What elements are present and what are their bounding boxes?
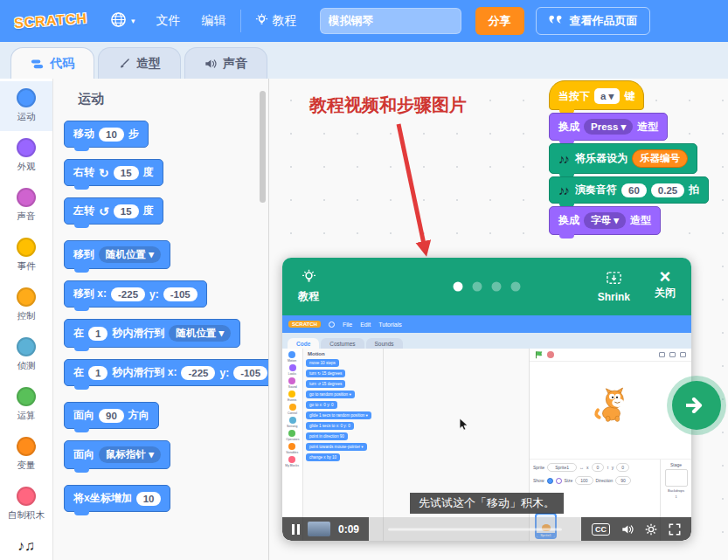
number-input[interactable]: 10 [99,128,124,142]
palette-scrollbar[interactable] [260,91,266,203]
number-input[interactable]: 90 [99,409,124,423]
tab-code[interactable]: 代码 [10,47,94,79]
volume-icon[interactable] [621,523,634,536]
block-dropdown[interactable]: 随机位置 ▾ [169,325,231,342]
category-item[interactable]: 侦测 [0,330,52,380]
block-dropdown[interactable]: 鼠标指针 ▾ [99,446,161,463]
category-item[interactable]: 事件 [0,231,52,280]
block[interactable]: 在1秒内滑行到 x:-225y:-105 [64,359,269,386]
mini-tab: Costumes [321,338,364,349]
block[interactable]: 移到随机位置 ▾ [64,240,170,269]
tab-costumes[interactable]: 造型 [98,47,181,79]
settings-gear-icon[interactable] [645,523,657,536]
category-label: 声音 [17,211,36,223]
hat-block[interactable]: 当按下a ▾键 [549,80,644,110]
block[interactable]: 右转↻15度 [64,159,163,186]
step-dot[interactable] [454,282,463,292]
mini-block: point in direction 90 [306,432,348,440]
block-dropdown[interactable]: Press ▾ [584,119,633,135]
video-seek-area[interactable] [369,517,581,541]
pause-button[interactable] [292,524,300,535]
block-label: 拍 [689,183,699,197]
tutorial-video[interactable]: SCRATCH File Edit Tutorials CodeCostumes… [282,315,691,541]
block-dropdown[interactable]: a ▾ [594,88,620,104]
category-item[interactable]: ♪♫ 音乐 [0,529,52,560]
block[interactable]: ♪♪演奏音符600.25拍 [549,176,709,204]
number-input[interactable]: 60 [621,183,647,197]
block[interactable]: 换成字母 ▾造型 [549,206,661,235]
video-progress-track[interactable] [388,528,562,530]
tab-sounds[interactable]: 声音 [184,47,267,79]
next-step-button[interactable] [672,381,721,430]
view-project-page-label: 查看作品页面 [570,13,638,29]
close-icon: × [660,271,671,283]
number-input[interactable]: 1 [88,327,107,341]
step-dots [454,282,521,292]
category-item[interactable]: 变量 [0,430,52,480]
block[interactable]: ♪♪将乐器设为乐器编号 [549,143,697,174]
close-button[interactable]: × 关闭 [655,271,676,303]
project-title-input[interactable] [320,8,461,34]
block[interactable]: 面向90方向 [64,402,159,429]
number-input[interactable]: -105 [163,287,198,301]
block[interactable]: 在1秒内滑行到随机位置 ▾ [64,319,240,348]
mini-block: point towards mouse-pointer ▾ [306,443,367,451]
step-dot[interactable] [511,282,521,292]
chevron-down-icon: ▾ [131,17,135,25]
category-item[interactable]: 运算 [0,380,52,430]
captions-button[interactable]: CC [592,523,610,536]
number-input[interactable]: -225 [111,287,145,301]
category-item[interactable]: 自制积木 [0,480,52,529]
mini-fullscreen-icon [680,352,686,357]
mini-block: go to random position ▾ [306,391,355,398]
block[interactable]: 换成Press ▾造型 [549,113,668,141]
paintbrush-icon [118,58,130,70]
number-input[interactable]: 15 [114,166,139,180]
block-dropdown[interactable]: 字母 ▾ [584,212,626,229]
number-input[interactable]: 10 [136,492,162,506]
shrink-button[interactable]: Shrink [598,271,630,303]
view-project-page-button[interactable]: 查看作品页面 [536,7,650,35]
tutorial-card-header: 教程 Shrink × 关闭 [282,258,691,315]
mini-direction-label: Direction [596,478,614,483]
mini-category-item: My Blocks [284,456,300,467]
block[interactable]: 将x坐标增加10 [64,485,170,512]
number-input[interactable]: 15 [114,204,139,218]
scratch-editor: SCRATCH ▾ 文件 编辑 教程 分享 查看作品页面 代码 造型 [0,0,728,560]
scratch-logo[interactable]: SCRATCH [13,10,87,31]
category-color-dot [17,387,36,406]
variable-oval[interactable]: 乐器编号 [632,149,688,168]
language-selector[interactable]: ▾ [100,0,146,42]
category-item[interactable]: 声音 [0,181,52,231]
block[interactable]: 移动10步 [64,121,149,148]
block-label: 换成 [558,120,579,135]
tutorials-menu[interactable]: 教程 [245,0,308,42]
block-dropdown[interactable]: 随机位置 ▾ [99,246,161,263]
code-workspace[interactable]: 教程视频和步骤图片 当按下a ▾键换成Press ▾造型♪♪将乐器设为乐器编号♪… [269,79,728,560]
number-input[interactable]: -225 [181,366,215,380]
mini-block: glide 1 secs to x: 0 y: 0 [306,422,354,430]
mini-category-dot [288,443,295,450]
block[interactable]: 移到 x:-225y:-105 [64,280,207,308]
step-dot[interactable] [492,282,502,292]
category-item[interactable]: 控制 [0,280,52,330]
number-input[interactable]: -105 [233,366,267,380]
menu-file[interactable]: 文件 [146,0,191,42]
video-preview-thumb[interactable] [308,522,330,536]
mini-size-label: Size [565,478,573,483]
category-item[interactable]: 外观 [0,131,52,181]
number-input[interactable]: 1 [88,366,107,380]
step-dot[interactable] [473,282,482,292]
block[interactable]: 左转↺15度 [64,197,163,225]
mini-stage-label: Stage [670,462,682,467]
tutorial-header-left[interactable]: 教程 [298,269,319,304]
mini-category-label: My Blocks [286,463,299,467]
share-button[interactable]: 分享 [475,7,524,35]
block-label: 移到 x: [73,287,107,301]
menu-edit[interactable]: 编辑 [191,0,237,42]
mini-category-label: Control [288,411,297,414]
number-input[interactable]: 0.25 [651,183,684,197]
category-item[interactable]: 运动 [0,81,52,131]
fullscreen-icon[interactable] [669,523,681,536]
block[interactable]: 面向鼠标指针 ▾ [64,440,170,469]
